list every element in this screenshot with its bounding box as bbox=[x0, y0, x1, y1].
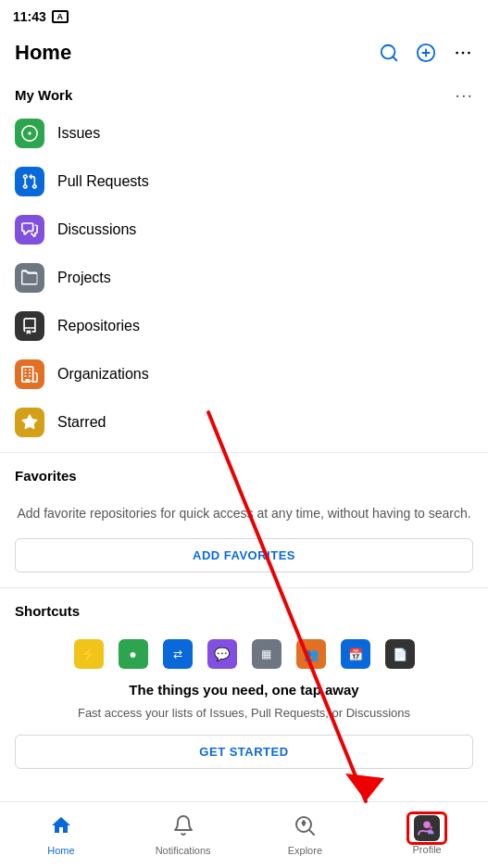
shortcut-calendar-icon: 📅 bbox=[341, 639, 370, 669]
favorites-section-header: Favorites bbox=[0, 459, 488, 489]
add-button[interactable] bbox=[416, 43, 436, 63]
organizations-label: Organizations bbox=[57, 366, 149, 383]
page-title: Home bbox=[15, 41, 379, 65]
shortcuts-main-text-wrapper: The things you need, one tap away bbox=[0, 676, 488, 702]
shortcut-issues-icon: ● bbox=[119, 639, 148, 669]
add-favorites-button[interactable]: ADD FAVORITES bbox=[15, 538, 473, 572]
discussions-icon bbox=[15, 215, 44, 245]
svg-point-7 bbox=[468, 52, 470, 55]
svg-marker-9 bbox=[309, 830, 314, 835]
nav-profile[interactable]: Profile bbox=[366, 808, 488, 862]
get-started-button[interactable]: GET STARTED bbox=[15, 735, 473, 769]
issues-item[interactable]: Issues bbox=[0, 109, 488, 157]
shortcut-projects-icon: ▦ bbox=[252, 639, 282, 669]
issues-icon bbox=[15, 119, 44, 148]
favorites-title: Favorites bbox=[15, 468, 473, 484]
starred-label: Starred bbox=[57, 414, 106, 431]
organizations-item[interactable]: Organizations bbox=[0, 350, 488, 398]
starred-item[interactable]: Starred bbox=[0, 398, 488, 447]
nav-home-label: Home bbox=[47, 845, 74, 856]
divider-2 bbox=[0, 587, 488, 588]
nav-profile-label: Profile bbox=[413, 844, 442, 855]
shortcut-discussion-icon: 💬 bbox=[207, 639, 237, 669]
shortcuts-title: Shortcuts bbox=[15, 603, 473, 619]
shortcut-file-icon: 📄 bbox=[385, 639, 415, 669]
pull-requests-item[interactable]: Pull Requests bbox=[0, 157, 488, 206]
nav-notifications[interactable]: Notifications bbox=[122, 807, 244, 863]
favorites-empty-text: Add favorite repositories for quick acce… bbox=[0, 489, 488, 533]
nav-notifications-label: Notifications bbox=[156, 845, 211, 856]
my-work-title: My Work bbox=[15, 87, 455, 103]
search-button[interactable] bbox=[379, 43, 399, 63]
svg-point-5 bbox=[456, 52, 458, 55]
nav-home[interactable]: Home bbox=[0, 807, 122, 863]
svg-point-6 bbox=[462, 52, 465, 55]
shortcut-people-icon: 👥 bbox=[296, 639, 326, 669]
header-actions bbox=[379, 43, 473, 63]
home-icon bbox=[50, 814, 72, 842]
projects-item[interactable]: Projects bbox=[0, 254, 488, 302]
pull-requests-icon bbox=[15, 167, 44, 196]
svg-line-1 bbox=[393, 57, 396, 60]
ellipsis-icon bbox=[453, 43, 473, 63]
shortcuts-main-text: The things you need, one tap away bbox=[129, 682, 358, 698]
profile-nav-box bbox=[414, 815, 440, 841]
organizations-icon bbox=[15, 359, 44, 389]
explore-icon bbox=[294, 814, 316, 842]
shortcuts-section-header: Shortcuts bbox=[0, 594, 488, 624]
nav-explore-label: Explore bbox=[288, 845, 322, 856]
starred-icon bbox=[15, 408, 44, 437]
profile-icon bbox=[418, 819, 436, 837]
shortcut-pr-icon: ⇄ bbox=[163, 639, 193, 669]
search-icon bbox=[379, 43, 399, 63]
discussions-label: Discussions bbox=[57, 221, 136, 238]
nav-explore[interactable]: Explore bbox=[244, 807, 367, 863]
my-work-more-button[interactable]: ··· bbox=[455, 85, 473, 104]
divider-1 bbox=[0, 452, 488, 453]
notifications-icon bbox=[172, 814, 194, 842]
repositories-item[interactable]: Repositories bbox=[0, 302, 488, 350]
status-indicator: A bbox=[52, 10, 69, 23]
discussions-item[interactable]: Discussions bbox=[0, 206, 488, 254]
bottom-nav: Home Notifications Explore bbox=[0, 801, 488, 868]
svg-marker-12 bbox=[345, 774, 384, 801]
status-bar: 11:43 A bbox=[0, 0, 488, 33]
status-time: 11:43 bbox=[13, 9, 46, 24]
projects-icon bbox=[15, 263, 44, 293]
plus-circle-icon bbox=[416, 43, 436, 63]
shortcuts-icons: ⚡ ● ⇄ 💬 ▦ 👥 📅 📄 bbox=[0, 624, 488, 676]
repositories-label: Repositories bbox=[57, 318, 140, 334]
my-work-section-header: My Work ··· bbox=[0, 76, 488, 109]
repositories-icon bbox=[15, 311, 44, 341]
issues-label: Issues bbox=[57, 125, 100, 142]
shortcut-lightning-icon: ⚡ bbox=[74, 639, 104, 669]
svg-marker-10 bbox=[303, 821, 306, 825]
projects-label: Projects bbox=[57, 270, 111, 286]
profile-icon-bg bbox=[414, 815, 440, 841]
pull-requests-label: Pull Requests bbox=[57, 173, 149, 190]
header: Home bbox=[0, 33, 488, 76]
shortcuts-sub-text: Fast access your lists of Issues, Pull R… bbox=[0, 702, 488, 731]
more-options-button[interactable] bbox=[453, 43, 473, 63]
